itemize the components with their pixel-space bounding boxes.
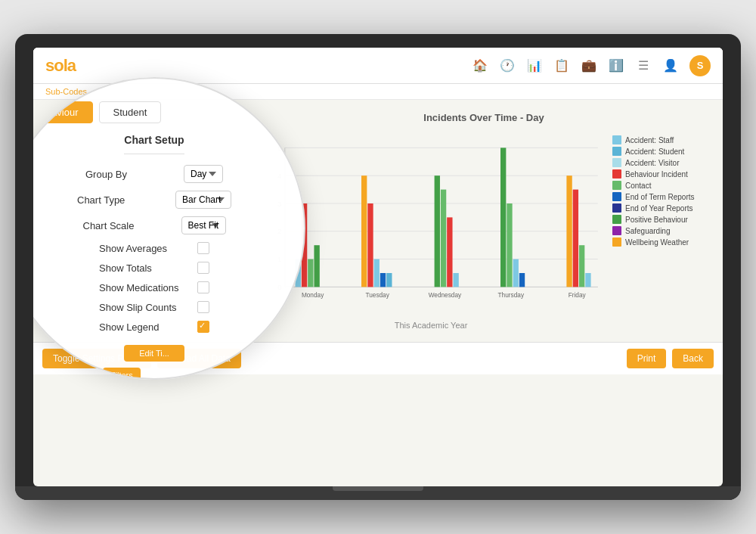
bar-chart-svg: 0 1 2 3 4 5 bbox=[257, 132, 605, 316]
show-slip-counts-checkbox[interactable] bbox=[197, 301, 209, 313]
show-medications-row: Show Medications bbox=[99, 281, 209, 293]
edit-title-button[interactable]: Edit Ti... bbox=[124, 345, 184, 362]
legend-item-end-year-reports: End of Year Reports bbox=[612, 203, 711, 213]
svg-text:Tuesday: Tuesday bbox=[365, 292, 389, 299]
laptop-screen: sola 🏠 🕐 📊 📋 💼 ℹ️ ☰ 👤 S Sub-Codes bbox=[33, 48, 723, 486]
laptop-base bbox=[15, 486, 741, 500]
legend-label-accident-student: Accident: Student bbox=[625, 147, 684, 156]
info-icon[interactable]: ℹ️ bbox=[608, 57, 624, 74]
chart-scale-label: Chart Scale bbox=[83, 220, 181, 231]
legend-item-behaviour-incident: Behaviour Incident bbox=[612, 169, 711, 179]
legend-item-contact: Contact bbox=[612, 181, 711, 190]
svg-rect-33 bbox=[579, 245, 584, 287]
legend-item-accident-visitor: Accident: Visitor bbox=[612, 158, 711, 167]
show-medications-checkbox[interactable] bbox=[197, 281, 209, 293]
show-medications-label: Show Medications bbox=[99, 282, 197, 293]
legend-label-contact: Contact bbox=[625, 182, 651, 190]
svg-rect-27 bbox=[500, 147, 506, 287]
group-by-label: Group By bbox=[85, 169, 184, 180]
legend-swatch-accident-visitor bbox=[612, 158, 621, 167]
legend-label-end-term-reports: End of Term Reports bbox=[625, 193, 695, 201]
book-icon[interactable]: 📋 bbox=[553, 57, 570, 74]
legend-label-safeguarding: Safeguarding bbox=[625, 227, 671, 235]
legend-label-wellbeing-weather: Wellbeing Weather bbox=[625, 238, 689, 247]
tab-behaviour[interactable]: Behaviour bbox=[33, 101, 93, 123]
legend-item-accident-staff: Accident: Staff bbox=[612, 135, 711, 144]
chart-type-row: Chart Type Bar Chart Line Chart Pie Char… bbox=[77, 191, 231, 209]
svg-text:Thursday: Thursday bbox=[498, 292, 525, 299]
svg-rect-21 bbox=[380, 273, 386, 287]
svg-rect-17 bbox=[314, 245, 319, 287]
show-legend-checkbox[interactable] bbox=[197, 321, 209, 333]
chart-inner: 0 1 2 3 4 5 bbox=[257, 132, 605, 330]
show-slip-counts-row: Show Slip Counts bbox=[99, 301, 209, 313]
svg-rect-18 bbox=[361, 175, 367, 287]
chart-icon[interactable]: 📊 bbox=[526, 57, 543, 74]
svg-rect-20 bbox=[374, 259, 380, 287]
chart-wrapper: 0 1 2 3 4 5 bbox=[257, 132, 711, 330]
chart-setup-title: Chart Setup bbox=[124, 134, 184, 154]
legend-item-wellbeing-weather: Wellbeing Weather bbox=[612, 238, 711, 247]
legend-swatch-end-term-reports bbox=[612, 192, 621, 201]
avatar[interactable]: S bbox=[689, 55, 711, 76]
chart-scale-select[interactable]: Best Fit 0-5 0-10 bbox=[181, 216, 226, 234]
legend-swatch-accident-staff bbox=[612, 135, 621, 144]
briefcase-icon[interactable]: 💼 bbox=[581, 57, 597, 74]
show-totals-checkbox[interactable] bbox=[197, 262, 209, 274]
main-content: Behaviour Student Chart Setup Group By D… bbox=[33, 100, 723, 342]
svg-rect-19 bbox=[367, 203, 373, 287]
group-by-select[interactable]: Day Week Month bbox=[184, 165, 223, 183]
show-averages-row: Show Averages bbox=[99, 242, 209, 254]
chart-scale-row: Chart Scale Best Fit 0-5 0-10 bbox=[83, 216, 226, 234]
user-icon[interactable]: 👤 bbox=[662, 57, 679, 74]
chart-subtitle: This Academic Year bbox=[257, 321, 605, 330]
app-logo: sola bbox=[45, 56, 76, 76]
show-totals-label: Show Totals bbox=[99, 262, 197, 274]
legend-swatch-end-year-reports bbox=[612, 203, 621, 213]
legend-swatch-positive-behaviour bbox=[612, 215, 621, 224]
legend-label-positive-behaviour: Positive Behaviour bbox=[625, 216, 688, 224]
legend-swatch-contact bbox=[612, 181, 621, 190]
legend-item-accident-student: Accident: Student bbox=[612, 147, 711, 156]
legend-label-behaviour-incident: Behaviour Incident bbox=[625, 170, 688, 179]
svg-text:Friday: Friday bbox=[569, 292, 587, 299]
home-icon[interactable]: 🏠 bbox=[472, 57, 488, 74]
tab-student[interactable]: Student bbox=[99, 101, 162, 123]
bottom-right-actions: Print Back bbox=[627, 349, 714, 368]
chart-type-label: Chart Type bbox=[77, 194, 175, 206]
legend-swatch-safeguarding bbox=[612, 226, 621, 235]
print-button[interactable]: Print bbox=[627, 349, 667, 368]
svg-text:Monday: Monday bbox=[302, 292, 324, 299]
svg-rect-32 bbox=[573, 190, 578, 287]
list-icon[interactable]: ☰ bbox=[635, 57, 652, 74]
legend-label-accident-visitor: Accident: Visitor bbox=[625, 159, 680, 167]
svg-rect-25 bbox=[447, 217, 452, 287]
svg-rect-29 bbox=[513, 259, 519, 287]
show-slip-counts-label: Show Slip Counts bbox=[99, 302, 197, 313]
svg-rect-24 bbox=[441, 190, 446, 287]
svg-rect-16 bbox=[308, 259, 313, 287]
navbar-nav: 🏠 🕐 📊 📋 💼 ℹ️ ☰ 👤 S bbox=[472, 55, 711, 76]
svg-rect-28 bbox=[507, 203, 512, 287]
show-averages-label: Show Averages bbox=[99, 243, 197, 254]
svg-rect-30 bbox=[519, 273, 525, 287]
chart-svg-container: 0 1 2 3 4 5 bbox=[257, 132, 605, 316]
app-container: sola 🏠 🕐 📊 📋 💼 ℹ️ ☰ 👤 S Sub-Codes bbox=[33, 48, 723, 374]
show-legend-row: Show Legend bbox=[99, 321, 209, 333]
legend-item-positive-behaviour: Positive Behaviour bbox=[612, 215, 711, 224]
show-totals-row: Show Totals bbox=[99, 262, 209, 274]
svg-rect-22 bbox=[386, 273, 392, 287]
legend-swatch-accident-student bbox=[612, 147, 621, 156]
chart-type-select[interactable]: Bar Chart Line Chart Pie Chart bbox=[175, 191, 231, 209]
svg-rect-31 bbox=[566, 175, 572, 287]
laptop-shell: sola 🏠 🕐 📊 📋 💼 ℹ️ ☰ 👤 S Sub-Codes bbox=[15, 34, 741, 500]
chart-title: Incidents Over Time - Day bbox=[257, 112, 711, 123]
show-averages-checkbox[interactable] bbox=[197, 242, 209, 254]
legend-swatch-behaviour-incident bbox=[612, 169, 621, 179]
svg-text:Wednesday: Wednesday bbox=[429, 292, 462, 299]
clock-icon[interactable]: 🕐 bbox=[499, 57, 516, 74]
group-by-row: Group By Day Week Month bbox=[85, 165, 223, 183]
legend-item-end-term-reports: End of Term Reports bbox=[612, 192, 711, 201]
legend-item-safeguarding: Safeguarding bbox=[612, 226, 711, 235]
back-button[interactable]: Back bbox=[672, 349, 714, 368]
